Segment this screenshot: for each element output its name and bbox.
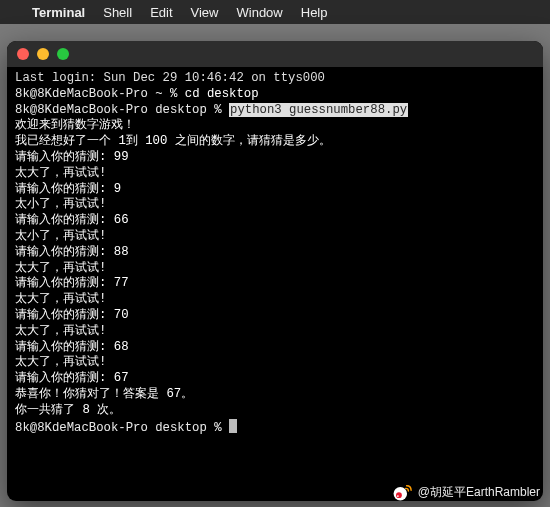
menu-shell[interactable]: Shell xyxy=(103,5,132,20)
svg-point-2 xyxy=(397,495,399,497)
guess-value-7: 68 xyxy=(114,340,129,354)
guess-prompt: 请输入你的猜测: xyxy=(15,213,106,227)
guess-value-5: 77 xyxy=(114,276,129,290)
window-close-button[interactable] xyxy=(17,48,29,60)
svg-point-1 xyxy=(396,492,402,498)
terminal-body[interactable]: Last login: Sun Dec 29 10:46:42 on ttys0… xyxy=(7,67,543,501)
feedback-too-small: 太小了，再试试! xyxy=(15,197,106,211)
window-maximize-button[interactable] xyxy=(57,48,69,60)
prompt-path-home: ~ xyxy=(155,87,162,101)
guess-value-8: 67 xyxy=(114,371,129,385)
guess-prompt: 请输入你的猜测: xyxy=(15,150,106,164)
feedback-too-big: 太大了，再试试! xyxy=(15,324,106,338)
menu-view[interactable]: View xyxy=(191,5,219,20)
guess-value-4: 88 xyxy=(114,245,129,259)
prompt-user: 8k@8KdeMacBook-Pro xyxy=(15,421,148,435)
output-intro: 我已经想好了一个 1到 100 之间的数字，请猜猜是多少。 xyxy=(15,134,331,148)
guess-value-2: 9 xyxy=(114,182,121,196)
guess-prompt: 请输入你的猜测: xyxy=(15,182,106,196)
menu-help[interactable]: Help xyxy=(301,5,328,20)
guess-prompt: 请输入你的猜测: xyxy=(15,340,106,354)
window-titlebar[interactable] xyxy=(7,41,543,67)
feedback-too-big: 太大了，再试试! xyxy=(15,292,106,306)
feedback-too-small: 太小了，再试试! xyxy=(15,229,106,243)
command-cd: cd desktop xyxy=(185,87,259,101)
last-login-line: Last login: Sun Dec 29 10:46:42 on ttys0… xyxy=(15,71,325,85)
prompt-sigil: % xyxy=(214,103,221,117)
prompt-sigil: % xyxy=(170,87,177,101)
weibo-watermark: @胡延平EarthRambler xyxy=(392,483,540,501)
guess-prompt: 请输入你的猜测: xyxy=(15,245,106,259)
command-run: python3 guessnumber88.py xyxy=(229,103,408,117)
menu-window[interactable]: Window xyxy=(237,5,283,20)
feedback-too-big: 太大了，再试试! xyxy=(15,261,106,275)
feedback-too-big: 太大了，再试试! xyxy=(15,166,106,180)
weibo-handle: @胡延平EarthRambler xyxy=(418,484,540,501)
window-minimize-button[interactable] xyxy=(37,48,49,60)
weibo-logo-icon xyxy=(392,483,414,501)
guess-prompt: 请输入你的猜测: xyxy=(15,308,106,322)
terminal-window: Last login: Sun Dec 29 10:46:42 on ttys0… xyxy=(7,41,543,501)
output-congrats: 恭喜你！你猜对了！答案是 67。 xyxy=(15,387,193,401)
prompt-user: 8k@8KdeMacBook-Pro xyxy=(15,103,148,117)
guess-value-1: 99 xyxy=(114,150,129,164)
macos-menubar: Terminal Shell Edit View Window Help xyxy=(0,0,550,24)
prompt-path-desktop: desktop xyxy=(155,421,207,435)
guess-value-6: 70 xyxy=(114,308,129,322)
output-total: 你一共猜了 8 次。 xyxy=(15,403,121,417)
prompt-user: 8k@8KdeMacBook-Pro xyxy=(15,87,148,101)
terminal-cursor[interactable] xyxy=(229,419,237,433)
menu-edit[interactable]: Edit xyxy=(150,5,172,20)
menu-app-name[interactable]: Terminal xyxy=(32,5,85,20)
prompt-path-desktop: desktop xyxy=(155,103,207,117)
prompt-sigil: % xyxy=(214,421,221,435)
guess-prompt: 请输入你的猜测: xyxy=(15,276,106,290)
feedback-too-big: 太大了，再试试! xyxy=(15,355,106,369)
guess-value-3: 66 xyxy=(114,213,129,227)
guess-prompt: 请输入你的猜测: xyxy=(15,371,106,385)
output-welcome: 欢迎来到猜数字游戏！ xyxy=(15,118,135,132)
